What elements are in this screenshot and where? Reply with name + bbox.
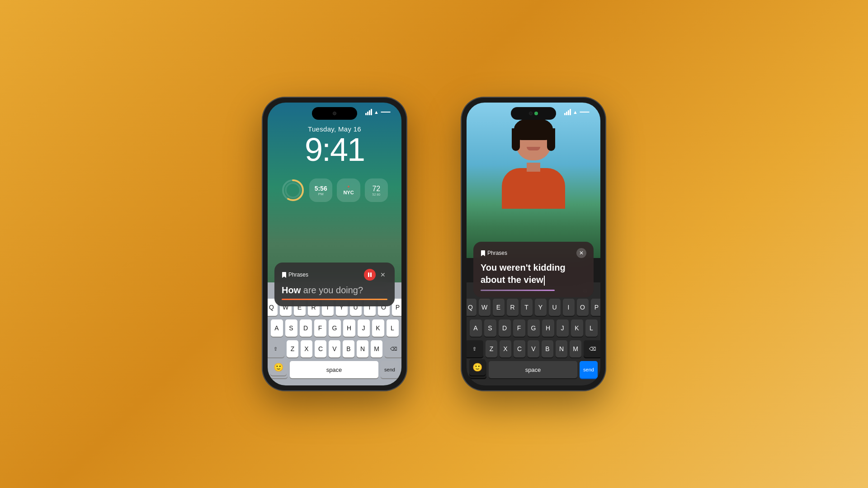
keyboard-row-4: 123 space send [270, 361, 399, 378]
key-l[interactable]: L [387, 319, 399, 337]
phrases-overlay-2: Phrases ✕ You weren't kidding about the … [473, 242, 594, 297]
space-key-2[interactable]: space [489, 361, 577, 378]
keyboard-2-row-4: 123 space send [469, 361, 598, 378]
emoji-key-2[interactable]: 🙂 [469, 359, 486, 375]
key-2-u[interactable]: U [549, 299, 561, 316]
key-2-j[interactable]: J [557, 319, 569, 337]
phrases-text-1: How are you doing? [282, 284, 387, 296]
key-n[interactable]: N [357, 340, 368, 357]
phrases-underline-1 [282, 299, 387, 300]
pause-button[interactable] [364, 269, 376, 281]
key-k[interactable]: K [372, 319, 384, 337]
key-2-i[interactable]: I [563, 299, 575, 316]
key-m[interactable]: M [371, 340, 382, 357]
key-2-w[interactable]: W [479, 299, 491, 316]
key-2-m[interactable]: M [570, 340, 581, 357]
key-2-t[interactable]: T [521, 299, 533, 316]
key-2-s[interactable]: S [484, 319, 496, 337]
delete-key-1[interactable]: ⌫ [385, 340, 401, 357]
send-key-2[interactable]: send [580, 361, 598, 378]
battery-icon-2 [580, 112, 590, 113]
phrases-header-2: Phrases ✕ [481, 248, 586, 258]
key-2-y[interactable]: Y [535, 299, 547, 316]
active-call-dot [534, 112, 538, 115]
keyboard-2: "The" the to Q W E R T Y U I O [467, 282, 600, 385]
key-2-r[interactable]: R [507, 299, 519, 316]
key-s[interactable]: S [285, 319, 297, 337]
key-2-c[interactable]: C [514, 340, 525, 357]
keyboard-2-row-2: A S D F G H J K L [469, 319, 598, 337]
phrases-title-2: Phrases [481, 250, 507, 256]
person-body [502, 168, 565, 209]
key-2-z[interactable]: Z [486, 340, 497, 357]
shift-key-1[interactable]: ⇧ [268, 340, 284, 357]
shift-key-2[interactable]: ⇧ [467, 340, 483, 357]
phrases-highlight: How [282, 285, 301, 295]
camera-dot-2 [529, 112, 533, 115]
key-d[interactable]: D [300, 319, 312, 337]
phrases-normal: are you doing? [301, 285, 363, 295]
key-h[interactable]: H [343, 319, 355, 337]
delete-key-2[interactable]: ⌫ [584, 340, 600, 357]
key-2-q[interactable]: Q [467, 299, 476, 316]
svg-point-1 [286, 183, 300, 197]
phrases-overlay-1: Phrases ✕ How are you doing? [274, 263, 395, 306]
emoji-key-1[interactable]: 🙂 [270, 359, 287, 375]
key-2-d[interactable]: D [499, 319, 511, 337]
wifi-icon-2: ▲ [573, 109, 578, 115]
key-2-x[interactable]: X [500, 340, 511, 357]
key-2-g[interactable]: G [528, 319, 540, 337]
clock-widget: 5:56 PM [309, 178, 332, 202]
key-2-b[interactable]: B [542, 340, 553, 357]
dynamic-island-2 [511, 107, 556, 120]
phone-1: ▲ Tuesday, May 16 9:41 [262, 97, 407, 391]
key-b[interactable]: B [343, 340, 354, 357]
signal-icon-2 [564, 109, 571, 115]
close-button-1[interactable]: ✕ [378, 270, 387, 279]
phones-container: ▲ Tuesday, May 16 9:41 [262, 97, 606, 391]
key-2-o[interactable]: O [577, 299, 589, 316]
key-x[interactable]: X [301, 340, 312, 357]
pause-icon [368, 272, 372, 277]
send-key-1[interactable]: send [381, 361, 399, 378]
key-j[interactable]: J [358, 319, 370, 337]
key-c[interactable]: C [315, 340, 326, 357]
bookmark-icon-2 [481, 250, 485, 256]
key-2-n[interactable]: N [556, 340, 567, 357]
lock-time: 9:41 [268, 133, 401, 166]
person-mouth [527, 147, 540, 150]
weather-widget: 72 52 80 [365, 178, 388, 202]
wifi-icon: ▲ [374, 109, 379, 115]
key-2-k[interactable]: K [571, 319, 583, 337]
space-key-1[interactable]: space [290, 361, 378, 378]
key-2-e[interactable]: E [493, 299, 505, 316]
location-widget: 📍 NYC [337, 178, 360, 202]
phone-1-screen: ▲ Tuesday, May 16 9:41 [268, 103, 401, 385]
keyboard-row-2: A S D F G H J K L [270, 319, 399, 337]
phone-2: ▲ Phrases ✕ [461, 97, 606, 391]
status-bar-right-1: ▲ [365, 109, 391, 115]
key-2-p[interactable]: P [591, 299, 601, 316]
text-cursor [544, 276, 545, 286]
status-bar-right-2: ▲ [564, 109, 590, 115]
key-2-a[interactable]: A [470, 319, 482, 337]
phrases-controls-1: ✕ [364, 269, 387, 281]
keyboard-row-3: ⇧ Z X C V B N M ⌫ [270, 340, 399, 357]
keyboard-2-row-3: ⇧ Z X C V B N M ⌫ [469, 340, 598, 357]
keyboard-2-row-1: Q W E R T Y U I O P [469, 299, 598, 316]
key-a[interactable]: A [271, 319, 283, 337]
key-v[interactable]: V [329, 340, 340, 357]
key-2-v[interactable]: V [528, 340, 539, 357]
close-button-2[interactable]: ✕ [576, 248, 586, 258]
key-2-f[interactable]: F [513, 319, 525, 337]
activity-ring-widget [281, 178, 305, 202]
key-2-h[interactable]: H [542, 319, 554, 337]
key-z[interactable]: Z [287, 340, 298, 357]
phrases-progress-2 [481, 290, 555, 291]
signal-icon [365, 109, 372, 115]
person-in-call [488, 109, 579, 209]
key-f[interactable]: F [314, 319, 326, 337]
battery-icon [381, 112, 391, 113]
key-2-l[interactable]: L [585, 319, 598, 337]
key-g[interactable]: G [329, 319, 341, 337]
